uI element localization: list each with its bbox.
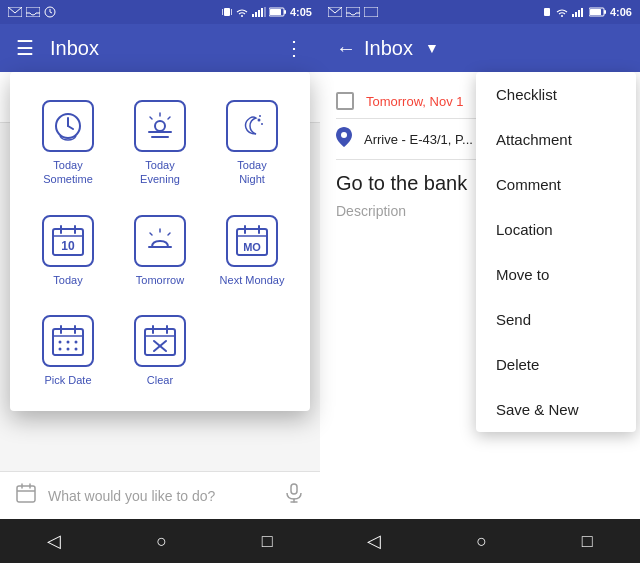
svg-point-47: [67, 340, 70, 343]
right-vibrate-icon: [542, 6, 552, 18]
task-due-date: Tomorrow, Nov 1: [366, 94, 464, 109]
today-label: Today: [53, 273, 82, 287]
svg-rect-5: [224, 8, 230, 16]
svg-rect-14: [270, 9, 281, 15]
right-status-icons-left: [328, 7, 378, 17]
right-time-display: 4:06: [610, 6, 632, 18]
right-recents-nav-icon[interactable]: □: [582, 531, 593, 552]
right-top-bar: ← Inbox ▼: [320, 24, 640, 72]
svg-rect-8: [252, 14, 254, 17]
menu-item-save-and-new[interactable]: Save & New: [476, 387, 636, 432]
svg-rect-12: [264, 7, 266, 17]
home-nav-icon[interactable]: ○: [156, 531, 167, 552]
right-home-nav-icon[interactable]: ○: [476, 531, 487, 552]
today-evening-label: Today Evening: [140, 158, 180, 187]
next-monday-icon: MO: [226, 215, 278, 267]
location-pin-icon: [336, 127, 352, 151]
date-picker-popup: Today Sometime Today Evening: [10, 72, 310, 411]
right-gmail-icon: [328, 7, 342, 17]
more-options-icon[interactable]: ⋮: [284, 36, 304, 60]
svg-point-50: [67, 347, 70, 350]
right-wifi-icon: [555, 7, 569, 17]
right-status-icons-right: 4:06: [542, 6, 632, 18]
svg-rect-72: [581, 8, 583, 17]
status-icons-left: [8, 6, 56, 18]
right-back-nav-icon[interactable]: ◁: [367, 530, 381, 552]
menu-item-comment[interactable]: Comment: [476, 162, 636, 207]
right-task-checkbox[interactable]: [336, 92, 354, 110]
date-option-today[interactable]: 10 Today: [26, 203, 110, 295]
location-text: Arrive - E-43/1, P...: [364, 132, 473, 147]
svg-rect-69: [572, 14, 574, 17]
menu-item-delete[interactable]: Delete: [476, 342, 636, 387]
svg-line-20: [168, 117, 170, 119]
wifi-icon: [235, 7, 249, 17]
svg-line-18: [68, 126, 73, 129]
svg-rect-10: [258, 10, 260, 17]
date-grid: Today Sometime Today Evening: [26, 88, 294, 395]
menu-item-location[interactable]: Location: [476, 207, 636, 252]
svg-point-25: [258, 119, 261, 122]
microphone-icon[interactable]: [284, 483, 304, 508]
left-top-bar: ☰ Inbox ⋮: [0, 24, 320, 72]
svg-rect-58: [17, 486, 35, 502]
svg-text:10: 10: [61, 239, 75, 253]
date-option-today-evening[interactable]: Today Evening: [118, 88, 202, 195]
date-option-today-night[interactable]: Today Night: [210, 88, 294, 195]
date-option-today-sometime[interactable]: Today Sometime: [26, 88, 110, 195]
svg-point-51: [75, 347, 78, 350]
right-inbox-icon: [346, 7, 360, 17]
pick-date-label: Pick Date: [44, 373, 91, 387]
context-menu: Checklist Attachment Comment Location Mo…: [476, 72, 636, 432]
clear-icon: [134, 315, 186, 367]
svg-rect-11: [261, 8, 263, 17]
clear-label: Clear: [147, 373, 173, 387]
svg-point-26: [261, 123, 263, 125]
svg-point-76: [341, 132, 347, 138]
back-nav-icon[interactable]: ◁: [47, 530, 61, 552]
svg-rect-74: [590, 9, 601, 15]
today-sometime-label: Today Sometime: [43, 158, 93, 187]
add-task-calendar-icon: [16, 483, 36, 508]
menu-item-attachment[interactable]: Attachment: [476, 117, 636, 162]
menu-item-send[interactable]: Send: [476, 297, 636, 342]
svg-rect-62: [291, 484, 297, 494]
date-option-next-monday[interactable]: MO Next Monday: [210, 203, 294, 295]
svg-text:MO: MO: [243, 241, 261, 253]
svg-rect-67: [364, 7, 378, 17]
right-nav-bar: ◁ ○ □: [320, 519, 640, 563]
date-option-pick-date[interactable]: Pick Date: [26, 303, 110, 395]
next-monday-label: Next Monday: [220, 273, 285, 287]
right-status-bar: 4:06: [320, 0, 640, 24]
add-task-placeholder[interactable]: What would you like to do?: [48, 488, 272, 504]
svg-rect-71: [578, 10, 580, 17]
left-nav-bar: ◁ ○ □: [0, 519, 320, 563]
svg-rect-75: [604, 10, 606, 14]
svg-point-27: [259, 115, 261, 117]
clock-icon: [44, 6, 56, 18]
right-inbox-title: Inbox: [364, 37, 413, 60]
recents-nav-icon[interactable]: □: [262, 531, 273, 552]
status-icons-right: 4:05: [222, 6, 312, 18]
svg-line-34: [168, 233, 170, 235]
left-status-bar: 4:05: [0, 0, 320, 24]
pick-date-icon: [42, 315, 94, 367]
menu-item-move-to[interactable]: Move to: [476, 252, 636, 297]
svg-line-21: [150, 117, 152, 119]
tomorrow-label: Tomorrow: [136, 273, 184, 287]
bottom-input-bar: What would you like to do?: [0, 471, 320, 519]
hamburger-icon[interactable]: ☰: [16, 36, 34, 60]
right-clock-icon: [364, 7, 378, 17]
back-icon[interactable]: ←: [336, 37, 356, 60]
clock-option-icon: [42, 100, 94, 152]
date-option-clear[interactable]: Clear: [118, 303, 202, 395]
time-display: 4:05: [290, 6, 312, 18]
date-option-tomorrow[interactable]: Tomorrow: [118, 203, 202, 295]
svg-line-4: [50, 12, 52, 13]
inbox-dropdown-arrow[interactable]: ▼: [425, 40, 439, 56]
calendar-today-icon: 10: [42, 215, 94, 267]
tomorrow-sun-icon: [134, 215, 186, 267]
svg-rect-68: [544, 8, 550, 16]
svg-rect-9: [255, 12, 257, 17]
menu-item-checklist[interactable]: Checklist: [476, 72, 636, 117]
